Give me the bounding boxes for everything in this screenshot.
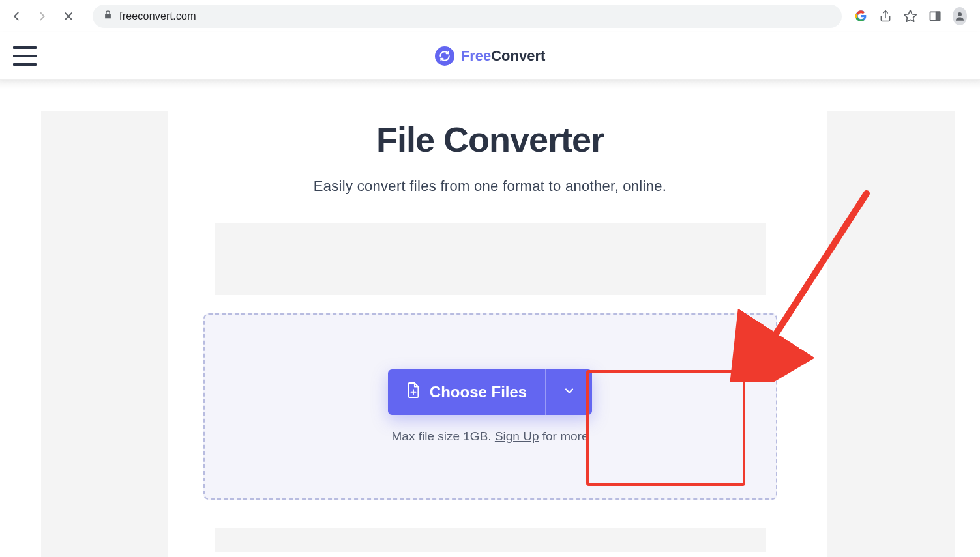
choose-files-button[interactable]: Choose Files [388,369,545,415]
header-shadow [0,80,980,89]
chevron-down-icon [563,384,576,400]
brand-badge-icon [435,46,454,66]
svg-rect-6 [936,12,940,20]
forward-button[interactable] [35,9,50,23]
ad-slot-right [827,111,955,557]
url-text: freeconvert.com [119,10,196,22]
address-bar[interactable]: freeconvert.com [93,5,842,28]
signup-link[interactable]: Sign Up [495,429,539,443]
brand-logo[interactable]: FreeConvert [435,46,546,66]
main-content: File Converter Easily convert files from… [0,89,980,552]
choose-files-label: Choose Files [430,383,527,401]
google-icon[interactable] [854,9,868,23]
share-icon[interactable] [878,9,893,23]
side-panel-icon[interactable] [928,9,942,23]
content-column: File Converter Easily convert files from… [203,89,778,552]
hint-suffix: for more [539,429,588,443]
page-subtitle: Easily convert files from one format to … [203,178,778,195]
choose-files-dropdown[interactable] [545,369,592,415]
hint-prefix: Max file size 1GB. [391,429,494,443]
file-dropzone[interactable]: Choose Files Max file size 1GB. Sign Up … [203,313,777,500]
svg-point-7 [958,12,962,16]
page-title: File Converter [203,119,778,160]
lock-icon [103,10,113,22]
profile-avatar[interactable] [953,9,967,23]
back-button[interactable] [9,9,23,23]
ad-slot-bottom [215,528,766,552]
stop-button[interactable] [61,9,76,23]
site-header: FreeConvert [0,32,980,80]
file-add-icon [406,382,421,403]
size-hint: Max file size 1GB. Sign Up for more [391,429,588,444]
bookmark-star-icon[interactable] [903,9,917,23]
ad-slot-banner [215,223,766,295]
svg-marker-3 [904,10,916,21]
browser-toolbar: freeconvert.com [0,0,980,32]
brand-name: FreeConvert [461,48,546,64]
ad-slot-left [41,111,168,557]
choose-files-group: Choose Files [388,369,592,415]
browser-actions [854,9,967,23]
menu-icon[interactable] [13,46,37,66]
